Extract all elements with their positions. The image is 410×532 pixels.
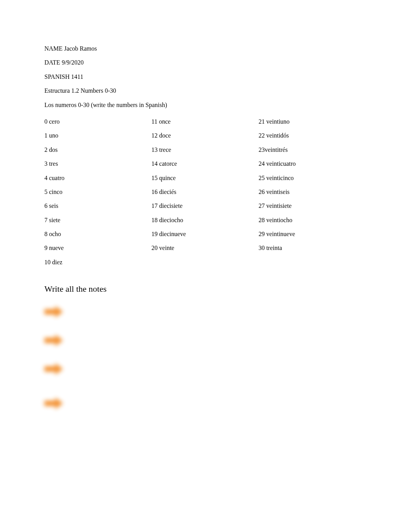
- number-cell: 21 veintiuno: [259, 115, 366, 129]
- number-cell: 11 once: [151, 115, 258, 129]
- arrow-right-icon: [44, 398, 63, 409]
- number-cell: 9 nueve: [44, 241, 151, 255]
- name-value: Jacob Ramos: [64, 45, 97, 52]
- svg-marker-2: [44, 363, 63, 375]
- svg-marker-3: [44, 398, 63, 409]
- document-page: NAME Jacob Ramos DATE 9/9/2020 SPANISH 1…: [0, 0, 410, 532]
- numbers-col-3: 21 veintiuno 22 veintidós 23veintitrés 2…: [259, 115, 366, 269]
- number-cell: 28 veintiocho: [259, 213, 366, 227]
- svg-marker-1: [44, 335, 63, 346]
- number-cell: 29 veintinueve: [259, 227, 366, 241]
- date-value: 9/9/2020: [62, 59, 84, 66]
- number-cell: 1 uno: [44, 129, 151, 143]
- number-cell: 23veintitrés: [259, 143, 366, 157]
- number-cell: 5 cinco: [44, 185, 151, 199]
- number-cell: 7 siete: [44, 213, 151, 227]
- numbers-table: 0 cero 1 uno 2 dos 3 tres 4 cuatro 5 cin…: [44, 115, 366, 269]
- arrow-right-icon: [44, 363, 63, 375]
- date-line: DATE 9/9/2020: [44, 58, 366, 67]
- note-row: [44, 300, 366, 323]
- number-cell: 10 diez: [44, 255, 151, 269]
- notes-list: [44, 300, 366, 421]
- number-cell: 8 ocho: [44, 227, 151, 241]
- number-cell: 26 veintiseis: [259, 185, 366, 199]
- svg-marker-0: [44, 306, 63, 318]
- structure-line: Estructura 1.2 Numbers 0-30: [44, 87, 366, 95]
- name-label: NAME: [44, 45, 63, 52]
- number-cell: 17 diecisiete: [151, 199, 258, 213]
- instruction-line: Los numeros 0-30 (write the numbers in S…: [44, 101, 366, 109]
- number-cell: 18 dieciocho: [151, 213, 258, 227]
- number-cell: 14 catorce: [151, 157, 258, 171]
- number-cell: 12 doce: [151, 129, 258, 143]
- arrow-right-icon: [44, 335, 63, 346]
- date-label: DATE: [44, 59, 60, 66]
- number-cell: 0 cero: [44, 115, 151, 129]
- number-cell: 30 treinta: [259, 241, 366, 255]
- number-cell: 19 diecinueve: [151, 227, 258, 241]
- arrow-right-icon: [44, 306, 63, 318]
- note-row: [44, 357, 366, 381]
- number-cell: 15 quince: [151, 171, 258, 185]
- numbers-col-1: 0 cero 1 uno 2 dos 3 tres 4 cuatro 5 cin…: [44, 115, 151, 269]
- number-cell: 16 dieciés: [151, 185, 258, 199]
- note-row: [44, 329, 366, 352]
- number-cell: 27 veintisiete: [259, 199, 366, 213]
- number-cell: 13 trece: [151, 143, 258, 157]
- notes-heading: Write all the notes: [44, 284, 366, 294]
- number-cell: 3 tres: [44, 157, 151, 171]
- note-row: [44, 386, 366, 421]
- number-cell: 24 veinticuatro: [259, 157, 366, 171]
- number-cell: 6 seis: [44, 199, 151, 213]
- numbers-col-2: 11 once 12 doce 13 trece 14 catorce 15 q…: [151, 115, 258, 269]
- course-line: SPANISH 1411: [44, 73, 366, 81]
- number-cell: 25 veinticinco: [259, 171, 366, 185]
- name-line: NAME Jacob Ramos: [44, 44, 366, 53]
- number-cell: 2 dos: [44, 143, 151, 157]
- number-cell: 22 veintidós: [259, 129, 366, 143]
- number-cell: 4 cuatro: [44, 171, 151, 185]
- number-cell: 20 veinte: [151, 241, 258, 255]
